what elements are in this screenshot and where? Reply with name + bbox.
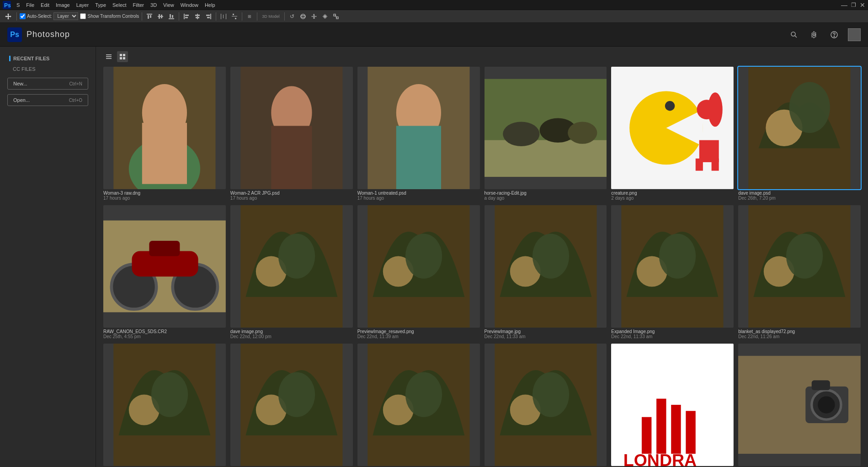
view-controls [103, 51, 861, 62]
svg-rect-4 [150, 15, 151, 18]
user-avatar[interactable] [848, 28, 861, 41]
file-item[interactable]: Expanded Image.pngDec 22nd, 11:33 am [611, 205, 734, 339]
file-item[interactable] [357, 344, 480, 466]
file-item[interactable]: blanket_as displayed72.pngDec 22nd, 11:2… [738, 205, 861, 339]
svg-rect-3 [148, 15, 149, 19]
svg-rect-102 [642, 417, 651, 453]
app-logo: Ps Photoshop [7, 27, 70, 42]
show-transform-input[interactable] [80, 13, 86, 19]
file-item[interactable]: dave image.psdDec 26th, 7:20 pm [738, 67, 861, 201]
settings-icon[interactable] [808, 28, 820, 41]
align-right-icon[interactable] [204, 12, 213, 21]
align-vcenter-icon[interactable] [156, 12, 165, 21]
svg-rect-48 [271, 126, 312, 189]
file-item[interactable]: creature.png2 days ago [611, 67, 734, 201]
file-item[interactable]: Woman-2 ACR JPG.psd17 hours ago [230, 67, 353, 201]
file-item[interactable]: PreviewImage.jpgDec 22nd, 11:33 am [485, 205, 607, 339]
file-name: RAW_CANON_EOS_5DS.CR2 [103, 329, 226, 334]
menu-select[interactable]: Select [110, 1, 129, 9]
file-item[interactable]: LONDRA [611, 344, 734, 466]
recent-files-title: RECENT FILES [0, 54, 96, 63]
distrib-icon1[interactable] [219, 12, 228, 21]
align-top-icon[interactable] [145, 12, 154, 21]
minimize-icon[interactable]: — [841, 1, 847, 9]
svg-rect-73 [149, 241, 180, 256]
svg-rect-14 [197, 14, 198, 19]
3d-mode-label: 3D Model [260, 13, 282, 20]
rotate-icon[interactable]: ↺ [288, 12, 297, 21]
menu-window[interactable]: Window [178, 1, 201, 9]
svg-text:Ps: Ps [4, 2, 11, 9]
svg-point-79 [405, 234, 442, 278]
file-name: PreviewImage_resaved.png [357, 329, 480, 334]
menu-3d[interactable]: 3D [148, 1, 160, 9]
file-item[interactable] [485, 344, 607, 466]
auto-select-input[interactable] [20, 13, 26, 19]
align-bottom-icon[interactable] [167, 12, 176, 21]
file-item[interactable]: RAW_CANON_EOS_5DS.CR2Dec 25th, 4:55 pm [103, 205, 226, 339]
file-item[interactable] [230, 344, 353, 466]
svg-rect-15 [195, 15, 200, 16]
file-name: horse-racing-Edit.jpg [485, 191, 607, 196]
file-item[interactable]: PreviewImage_resaved.pngDec 22nd, 11:39 … [357, 205, 480, 339]
file-date: Dec 26th, 7:20 pm [738, 196, 861, 201]
orbit-icon[interactable] [298, 12, 308, 21]
layer-select[interactable]: Layer [53, 12, 78, 20]
new-button[interactable]: New... Ctrl+N [7, 78, 88, 90]
menu-image[interactable]: Image [53, 1, 73, 9]
svg-rect-6 [159, 14, 160, 19]
menu-edit[interactable]: Edit [38, 1, 52, 9]
svg-rect-19 [207, 17, 210, 18]
svg-rect-13 [185, 17, 188, 18]
close-icon[interactable]: ✕ [860, 1, 865, 9]
search-icon[interactable] [788, 28, 800, 41]
list-view-button[interactable] [103, 51, 114, 62]
svg-point-91 [151, 372, 188, 417]
help-icon[interactable] [828, 28, 841, 41]
scale-3d-icon[interactable] [331, 12, 341, 21]
svg-rect-35 [106, 54, 112, 55]
toolbar-separator [16, 12, 17, 21]
svg-point-34 [834, 36, 834, 37]
show-transform-checkbox[interactable]: Show Transform Controls [80, 13, 139, 19]
slide-icon[interactable] [320, 12, 330, 21]
menu-file[interactable]: File [23, 1, 37, 9]
arrange-icon[interactable]: ⊞ [245, 12, 254, 21]
file-name: Woman-2 ACR JPG.psd [230, 191, 353, 196]
menu-layer[interactable]: Layer [74, 1, 92, 9]
open-button[interactable]: Open... Ctrl+O [7, 94, 88, 106]
ps-logo: Ps [7, 27, 22, 42]
pan-icon[interactable] [309, 12, 319, 21]
menu-type[interactable]: Type [92, 1, 109, 9]
menu-view[interactable]: View [160, 1, 177, 9]
svg-point-27 [301, 16, 305, 17]
move-tool-icon[interactable] [3, 12, 14, 21]
file-item[interactable]: dave image.pngDec 22nd, 12:00 pm [230, 205, 353, 339]
auto-select-checkbox[interactable]: Auto-Select: [20, 13, 52, 19]
svg-rect-8 [169, 18, 174, 19]
file-item[interactable]: horse-racing-Edit.jpga day ago [485, 67, 607, 201]
align-left-icon[interactable] [182, 12, 191, 21]
restore-icon[interactable]: ❐ [851, 2, 856, 8]
grid-view-button[interactable] [117, 51, 128, 62]
svg-rect-28 [334, 14, 335, 16]
file-date: Dec 22nd, 11:26 am [738, 334, 861, 339]
svg-rect-36 [106, 56, 112, 57]
svg-rect-104 [671, 405, 681, 454]
svg-line-30 [335, 15, 336, 18]
svg-line-32 [795, 36, 797, 37]
file-item[interactable] [103, 344, 226, 466]
align-hcenter-icon[interactable] [193, 12, 202, 21]
menu-filter[interactable]: Filter [130, 1, 147, 9]
file-name: Woman-1 untreated.psd [357, 191, 480, 196]
distrib-icon2[interactable] [230, 12, 239, 21]
file-item[interactable] [738, 344, 861, 466]
toolbar-sep7 [284, 12, 285, 21]
file-item[interactable]: Woman-1 untreated.psd17 hours ago [357, 67, 480, 201]
cc-files-link[interactable]: CC FILES [0, 65, 96, 73]
file-item[interactable]: Woman-3 raw.dng17 hours ago [103, 67, 226, 201]
svg-rect-105 [686, 411, 696, 454]
app-header: Ps Photoshop [0, 23, 868, 47]
menu-s[interactable]: S [14, 1, 22, 9]
menu-help[interactable]: Help [202, 1, 218, 9]
